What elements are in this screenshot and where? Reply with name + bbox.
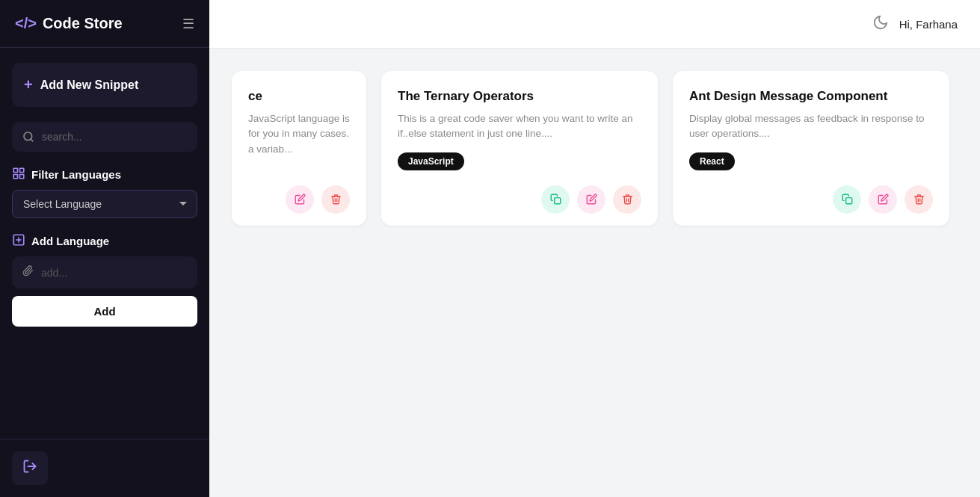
plus-icon: + (24, 76, 33, 93)
delete-button[interactable] (613, 185, 641, 214)
add-language-label: Add Language (12, 233, 197, 249)
card-title: Ant Design Message Component (689, 89, 933, 104)
search-icon (22, 131, 34, 143)
svg-rect-11 (845, 198, 851, 204)
svg-rect-5 (13, 175, 17, 179)
card-title: ce (248, 89, 350, 104)
card-title: The Ternary Operators (398, 89, 641, 104)
svg-rect-10 (554, 198, 560, 204)
add-language-text: Add Language (31, 235, 109, 247)
card-tag: React (689, 152, 735, 170)
edit-button[interactable] (577, 185, 605, 214)
svg-rect-4 (20, 175, 24, 179)
search-container (12, 122, 197, 152)
sidebar: </> Code Store ☰ + Add New Snippet (0, 0, 209, 497)
filter-icon (12, 167, 25, 182)
language-filter-select[interactable]: Select Language JavaScript React Python … (12, 190, 197, 218)
card-description: Display global messages as feedback in r… (689, 111, 933, 142)
add-language-input[interactable] (41, 267, 187, 279)
topbar: Hi, Farhana (209, 0, 980, 49)
greeting-text: Hi, Farhana (899, 18, 958, 31)
snippet-card-ternary: The Ternary Operators This is a great co… (381, 71, 658, 226)
sidebar-footer (0, 439, 209, 497)
logout-button[interactable] (12, 451, 48, 485)
paperclip-icon (22, 265, 34, 280)
add-language-button[interactable]: Add (12, 296, 197, 327)
code-icon: </> (15, 15, 37, 32)
cards-area: ce JavaScript language is for you in man… (209, 49, 980, 497)
sidebar-logo: </> Code Store (15, 15, 123, 32)
filter-languages-section: Filter Languages Select Language JavaScr… (12, 167, 197, 218)
card-tag: JavaScript (398, 152, 464, 170)
card-actions (398, 185, 641, 214)
edit-button[interactable] (286, 185, 314, 214)
card-description: JavaScript language is for you in many c… (248, 111, 350, 170)
app-title: Code Store (43, 15, 123, 32)
add-language-section: Add Language Add (12, 233, 197, 327)
snippet-card-antdesign: Ant Design Message Component Display glo… (673, 71, 949, 226)
card-description: This is a great code saver when you want… (398, 111, 641, 142)
delete-button[interactable] (321, 185, 350, 214)
search-input[interactable] (42, 131, 187, 143)
snippet-card-partial: ce JavaScript language is for you in man… (232, 71, 366, 226)
dark-mode-icon[interactable] (872, 14, 889, 34)
add-snippet-button[interactable]: + Add New Snippet (12, 63, 197, 107)
filter-languages-label: Filter Languages (31, 168, 121, 181)
card-actions (689, 185, 933, 214)
sidebar-content: + Add New Snippet Filter Languages Selec… (0, 48, 209, 439)
svg-line-1 (31, 139, 33, 141)
svg-rect-2 (13, 168, 17, 172)
main-content: Hi, Farhana ce JavaScript language is fo… (209, 0, 980, 497)
svg-rect-3 (20, 168, 24, 172)
add-snippet-label: Add New Snippet (40, 78, 139, 92)
add-language-icon (12, 233, 25, 249)
card-actions (248, 185, 350, 214)
sidebar-header: </> Code Store ☰ (0, 0, 209, 48)
add-language-input-wrap (12, 256, 197, 288)
filter-label: Filter Languages (12, 167, 197, 182)
menu-icon[interactable]: ☰ (182, 16, 194, 32)
copy-button[interactable] (541, 185, 570, 214)
copy-button[interactable] (833, 185, 861, 214)
edit-button[interactable] (869, 185, 897, 214)
delete-button[interactable] (905, 185, 933, 214)
